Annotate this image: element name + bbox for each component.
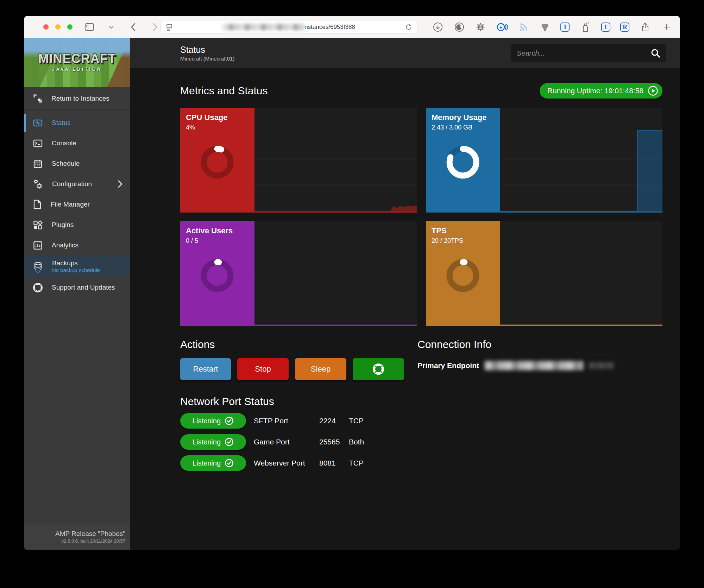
port-name: SFTP Port	[254, 417, 319, 425]
shield-moon-icon[interactable]	[454, 21, 465, 33]
search-input[interactable]	[517, 49, 650, 57]
file-icon	[33, 200, 42, 209]
stop-button[interactable]: Stop	[237, 358, 289, 380]
sidebar-item-status[interactable]: Status	[24, 113, 130, 133]
minecraft-edition-label: JAVA EDITION	[24, 67, 130, 72]
restart-button[interactable]: Restart	[180, 358, 231, 380]
backups-database-icon: i	[33, 261, 43, 271]
endpoint-redacted-value	[485, 361, 583, 370]
minimize-window-button[interactable]	[55, 24, 61, 30]
search-icon[interactable]	[650, 48, 660, 58]
chevron-down-icon[interactable]	[106, 21, 117, 33]
port-row-game: Listening Game Port 25565 Both	[180, 434, 417, 450]
listening-label: Listening	[193, 417, 221, 425]
reader-view-icon[interactable]	[165, 21, 174, 33]
sidebar-item-label: Support and Updates	[52, 284, 115, 291]
port-number: 25565	[319, 438, 349, 446]
tps-card: TPS 20 / 20TPS	[426, 221, 662, 326]
sidebar: MINECRAFT JAVA EDITION Return to Instanc…	[24, 38, 130, 550]
backups-schedule-note: No backup schedule	[52, 267, 100, 273]
active-users-card-title: Active Users	[186, 226, 249, 235]
share-icon[interactable]	[640, 21, 651, 33]
lifebuoy-icon	[372, 363, 384, 375]
active-users-gauge	[198, 256, 237, 295]
console-icon	[33, 139, 43, 148]
sidebar-item-plugins[interactable]: Plugins	[24, 215, 130, 235]
window-controls	[43, 24, 73, 30]
instapaper-extension-icon[interactable]: I	[560, 23, 570, 32]
support-button[interactable]	[353, 358, 404, 380]
check-circle-icon	[225, 437, 234, 447]
tps-gauge	[444, 256, 482, 295]
primary-endpoint-label: Primary Endpoint	[417, 361, 479, 370]
back-button[interactable]	[127, 21, 139, 33]
listening-status-badge: Listening	[180, 434, 246, 450]
amp-release-label: AMP Release "Phobos"	[55, 530, 125, 538]
sidebar-item-analytics[interactable]: Analytics	[24, 235, 130, 255]
cpu-card-title: CPU Usage	[186, 113, 249, 122]
actions-buttons: Restart Stop Sleep	[180, 358, 417, 380]
sidebar-item-support-and-updates[interactable]: Support and Updates	[24, 277, 130, 298]
rss-icon[interactable]	[518, 21, 529, 33]
sidebar-item-label: Status	[52, 119, 71, 127]
memory-card-title: Memory Usage	[432, 113, 495, 122]
cpu-gauge	[198, 143, 237, 182]
sidebar-item-label: File Manager	[51, 201, 90, 208]
sidebar-nav: Status Console Schedule	[24, 110, 130, 298]
port-row-sftp: Listening SFTP Port 2224 TCP	[180, 413, 417, 429]
chevron-right-icon	[118, 180, 122, 188]
minecraft-banner: MINECRAFT JAVA EDITION	[24, 38, 130, 87]
sidebar-item-console[interactable]: Console	[24, 133, 130, 153]
extension-star-icon[interactable]: ★	[496, 21, 508, 33]
sidebar-item-label: Analytics	[52, 241, 78, 249]
check-circle-icon	[225, 416, 234, 425]
configuration-gears-icon	[33, 179, 43, 189]
sidebar-item-label: Schedule	[52, 160, 80, 167]
port-protocol: TCP	[349, 417, 364, 425]
clover-extension-icon[interactable]	[539, 21, 551, 33]
listening-label: Listening	[193, 459, 221, 467]
cpu-usage-card: CPU Usage 4%	[180, 108, 417, 213]
sidebar-item-schedule[interactable]: Schedule	[24, 153, 130, 174]
reload-icon[interactable]	[404, 21, 413, 33]
tps-card-title: TPS	[432, 226, 495, 235]
sidebar-item-file-manager[interactable]: File Manager	[24, 194, 130, 215]
actions-heading: Actions	[180, 339, 417, 350]
url-text: nstances/6953f388	[304, 24, 355, 31]
downloads-icon[interactable]	[432, 21, 444, 33]
sidebar-item-backups[interactable]: i Backups No backup schedule	[24, 255, 130, 277]
sidebar-item-label: Console	[52, 139, 76, 147]
amp-version-footer: AMP Release "Phobos" v2.6.0.6, built 20/…	[24, 524, 130, 550]
return-to-instances-label: Return to Instances	[51, 95, 109, 102]
uptime-badge[interactable]: Running Uptime: 19:01:48:58	[540, 83, 662, 99]
memory-gauge	[444, 143, 482, 182]
forward-button[interactable]	[149, 21, 161, 33]
plugins-icon	[33, 220, 43, 230]
minecraft-logo: MINECRAFT	[24, 51, 130, 66]
connection-info-heading: Connection Info	[417, 339, 662, 350]
close-window-button[interactable]	[43, 24, 49, 30]
boxed-i-extension-icon[interactable]: I	[601, 23, 610, 32]
active-users-card: Active Users 0 / 5	[180, 221, 417, 326]
port-number: 8081	[319, 459, 349, 467]
boxed-r-extension-icon[interactable]: R	[620, 23, 629, 32]
primary-endpoint-row: Primary Endpoint	[417, 361, 662, 370]
search-box[interactable]	[511, 44, 666, 62]
settings-gear-icon[interactable]	[475, 21, 486, 33]
listening-status-badge: Listening	[180, 455, 246, 471]
amp-build-label: v2.6.0.6, built 20/11/2024 20:57	[62, 538, 125, 544]
sidebar-item-configuration[interactable]: Configuration	[24, 174, 130, 194]
sidebar-toggle-icon[interactable]	[84, 21, 95, 33]
sleep-button[interactable]: Sleep	[295, 358, 346, 380]
return-to-instances-button[interactable]: Return to Instances	[24, 87, 130, 110]
browser-window: nstances/6953f388	[24, 16, 680, 550]
sidebar-item-label: Configuration	[52, 180, 92, 188]
connection-info-section: Connection Info Primary Endpoint	[417, 339, 662, 471]
zoom-window-button[interactable]	[67, 24, 73, 30]
new-tab-icon[interactable]	[661, 21, 672, 33]
sidebar-item-label: Plugins	[52, 221, 74, 229]
address-bar[interactable]: nstances/6953f388	[161, 21, 417, 33]
endpoint-redacted-value-tail	[589, 362, 614, 369]
port-name: Webserver Port	[254, 459, 319, 467]
cleaner-spray-extension-icon[interactable]	[580, 21, 591, 33]
